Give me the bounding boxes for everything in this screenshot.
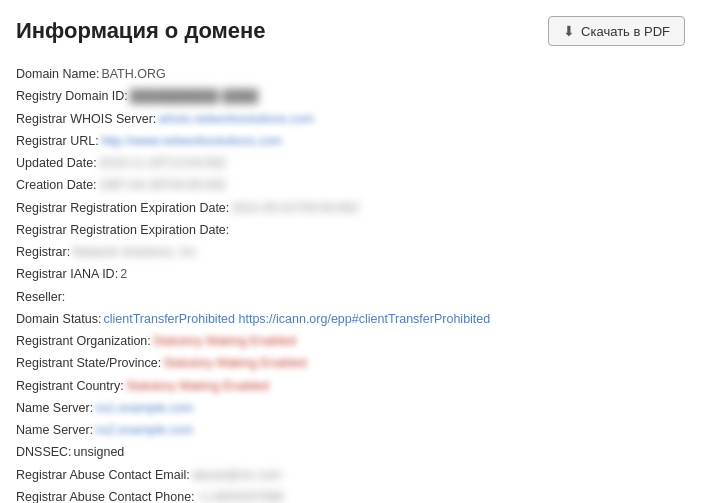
- field-label: Name Server:: [16, 420, 93, 441]
- field-value: unsigned: [74, 442, 125, 463]
- download-icon: ⬇: [563, 23, 575, 39]
- whois-line: Registrar Abuse Contact Phone: +1.800333…: [16, 487, 685, 503]
- field-value: whois.networksolutions.com: [158, 109, 314, 130]
- field-value: clientTransferProhibited https://icann.o…: [103, 309, 490, 330]
- whois-line: Name Server: ns2.example.com: [16, 420, 685, 441]
- field-value: 2019-11-20T13:54:00Z: [99, 153, 227, 174]
- field-label: Registrar IANA ID:: [16, 264, 118, 285]
- whois-content: Domain Name: BATH.ORGRegistry Domain ID:…: [16, 64, 685, 503]
- whois-line: Registrar Abuse Contact Email: abuse@nic…: [16, 465, 685, 486]
- field-value: ns1.example.com: [95, 398, 193, 419]
- field-label: Name Server:: [16, 398, 93, 419]
- whois-line: Registrar URL: http://www.networksolutio…: [16, 131, 685, 152]
- whois-line: Registrant Country: Statutory Making Ena…: [16, 376, 685, 397]
- whois-line: Name Server: ns1.example.com: [16, 398, 685, 419]
- whois-line: Domain Name: BATH.ORG: [16, 64, 685, 85]
- field-value: +1.8003337680: [197, 487, 284, 503]
- whois-line: Registrar: Network Solutions, Inc: [16, 242, 685, 263]
- field-label: Registrar Abuse Contact Email:: [16, 465, 190, 486]
- whois-line: Registrar Registration Expiration Date:: [16, 220, 685, 241]
- field-label: Domain Status:: [16, 309, 101, 330]
- field-value: ns2.example.com: [95, 420, 193, 441]
- field-label: Registrar URL:: [16, 131, 99, 152]
- field-label: Registrar Registration Expiration Date:: [16, 220, 229, 241]
- field-label: Registrar WHOIS Server:: [16, 109, 156, 130]
- field-value: 2: [120, 264, 127, 285]
- field-value: 1997-04-28T04:00:00Z: [99, 175, 227, 196]
- field-value: Network Solutions, Inc: [72, 242, 196, 263]
- whois-line: Registrar WHOIS Server: whois.networksol…: [16, 109, 685, 130]
- download-button-label: Скачать в PDF: [581, 24, 670, 39]
- whois-line: Updated Date: 2019-11-20T13:54:00Z: [16, 153, 685, 174]
- field-value: abuse@nic.com: [192, 465, 282, 486]
- field-label: Creation Date:: [16, 175, 97, 196]
- field-label: Registrant State/Province:: [16, 353, 161, 374]
- whois-line: Registrant Organization: Statutory Makin…: [16, 331, 685, 352]
- whois-line: Domain Status: clientTransferProhibited …: [16, 309, 685, 330]
- field-value: Statutory Making Enabled: [126, 376, 269, 397]
- field-label: Registrar Registration Expiration Date:: [16, 198, 229, 219]
- field-label: Domain Name:: [16, 64, 99, 85]
- whois-line: Creation Date: 1997-04-28T04:00:00Z: [16, 175, 685, 196]
- field-label: Registrant Country:: [16, 376, 124, 397]
- whois-line: Registry Domain ID: ██████████-████: [16, 86, 685, 107]
- field-label: Registrar Abuse Contact Phone:: [16, 487, 195, 503]
- field-label: Registry Domain ID:: [16, 86, 128, 107]
- field-label: Registrar:: [16, 242, 70, 263]
- field-label: DNSSEC:: [16, 442, 72, 463]
- page-title: Информация о домене: [16, 18, 266, 44]
- field-label: Reseller:: [16, 287, 65, 308]
- field-value: ██████████-████: [130, 86, 258, 107]
- field-value: BATH.ORG: [101, 64, 165, 85]
- field-value: 2021-05-01T00:00:00Z: [231, 198, 359, 219]
- whois-line: Reseller:: [16, 287, 685, 308]
- whois-line: Registrar Registration Expiration Date: …: [16, 198, 685, 219]
- field-value: Statutory Making Enabled: [153, 331, 296, 352]
- field-value: http://www.networksolutions.com: [101, 131, 282, 152]
- whois-line: Registrar IANA ID: 2: [16, 264, 685, 285]
- whois-line: Registrant State/Province: Statutory Mak…: [16, 353, 685, 374]
- whois-line: DNSSEC: unsigned: [16, 442, 685, 463]
- field-label: Updated Date:: [16, 153, 97, 174]
- page-header: Информация о домене ⬇ Скачать в PDF: [16, 16, 685, 46]
- field-value: Statutory Making Enabled: [163, 353, 306, 374]
- download-pdf-button[interactable]: ⬇ Скачать в PDF: [548, 16, 685, 46]
- field-label: Registrant Organization:: [16, 331, 151, 352]
